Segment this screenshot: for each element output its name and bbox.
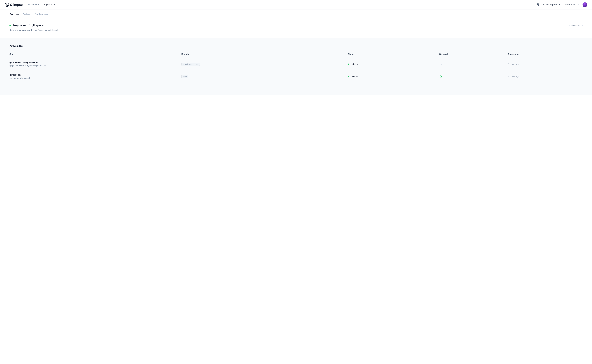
status-text: Installed bbox=[350, 63, 358, 65]
status-text: Installed bbox=[350, 75, 358, 78]
site-name: glimpse.sh bbox=[9, 74, 182, 76]
team-switcher[interactable]: Larry's Team bbox=[564, 3, 579, 6]
svg-rect-5 bbox=[537, 5, 538, 6]
deploy-server: og-prod-app-1 bbox=[19, 29, 32, 31]
site-name: glimpse.sh-1.dev.glimpse.sh bbox=[9, 61, 182, 64]
svg-line-8 bbox=[34, 30, 34, 30]
status-dot-icon bbox=[348, 64, 349, 65]
repo-name: glimpse.sh bbox=[32, 24, 45, 27]
deploy-server-link[interactable]: og-prod-app-1 bbox=[19, 29, 34, 31]
nav-dashboard[interactable]: Dashboard bbox=[28, 0, 39, 9]
repo-title: larrybarker / glimpse.sh bbox=[9, 24, 58, 27]
svg-rect-3 bbox=[537, 4, 538, 5]
brand[interactable]: Glimpse bbox=[5, 3, 23, 7]
deploy-prefix: Deploys to bbox=[9, 29, 19, 31]
brand-logo-icon bbox=[5, 3, 9, 7]
lock-closed-icon bbox=[439, 75, 442, 78]
user-avatar[interactable] bbox=[583, 2, 587, 7]
provisioned-time: 7 hours ago bbox=[508, 70, 583, 83]
provisioned-time: 5 hours ago bbox=[508, 58, 583, 70]
connect-repository-label: Connect Repository bbox=[541, 3, 560, 6]
branch-badge: default-site-settings bbox=[182, 63, 200, 66]
branch-badge: main bbox=[182, 75, 188, 78]
site-repo: git@github.com:larrybarker/glimpse.sh bbox=[9, 65, 182, 67]
col-provisioned: Provisioned bbox=[508, 53, 583, 58]
col-status: Status bbox=[348, 53, 439, 58]
table-row[interactable]: glimpse.sh larrybarker/glimpse.sh main I… bbox=[9, 70, 583, 83]
svg-rect-4 bbox=[538, 4, 539, 5]
col-branch: Branch bbox=[182, 53, 348, 58]
active-sites-heading: Active sites bbox=[9, 45, 583, 47]
connect-repository-button[interactable]: Connect Repository bbox=[537, 3, 560, 6]
main-nav: Dashboard Repositories bbox=[28, 0, 55, 9]
col-secured: Secured bbox=[439, 53, 508, 58]
subnav-overview[interactable]: Overview bbox=[9, 13, 19, 15]
deploy-summary: Deploys to og-prod-app-1 via Forge from … bbox=[9, 29, 58, 31]
subnav-notifications[interactable]: Notifications bbox=[35, 13, 48, 15]
repo-owner: larrybarker bbox=[13, 24, 27, 27]
environment-badge: Production bbox=[570, 24, 583, 27]
team-name: Larry's Team bbox=[564, 3, 576, 6]
grid-plus-icon bbox=[537, 3, 540, 6]
repo-separator: / bbox=[29, 24, 29, 27]
deploy-suffix: via Forge from main branch bbox=[35, 29, 58, 31]
repo-header: larrybarker / glimpse.sh Deploys to og-p… bbox=[9, 19, 583, 38]
top-nav: Glimpse Dashboard Repositories Connect R… bbox=[0, 0, 592, 9]
sites-table: Site Branch Status Secured Provisioned g… bbox=[9, 53, 583, 83]
lock-open-icon bbox=[439, 62, 442, 65]
table-row[interactable]: glimpse.sh-1.dev.glimpse.sh git@github.c… bbox=[9, 58, 583, 70]
repo-status-dot-icon bbox=[9, 25, 11, 26]
col-site: Site bbox=[9, 53, 182, 58]
site-repo: larrybarker/glimpse.sh bbox=[9, 77, 182, 79]
status-dot-icon bbox=[348, 76, 349, 77]
repo-subnav: Overview Settings Notifications bbox=[9, 9, 583, 19]
subnav-settings[interactable]: Settings bbox=[23, 13, 31, 15]
svg-rect-9 bbox=[440, 64, 441, 65]
external-link-icon bbox=[33, 29, 34, 31]
svg-point-2 bbox=[7, 4, 7, 5]
nav-repositories[interactable]: Repositories bbox=[43, 0, 55, 9]
brand-name: Glimpse bbox=[10, 3, 23, 7]
chevron-up-down-icon bbox=[577, 4, 579, 6]
svg-rect-10 bbox=[440, 76, 442, 77]
